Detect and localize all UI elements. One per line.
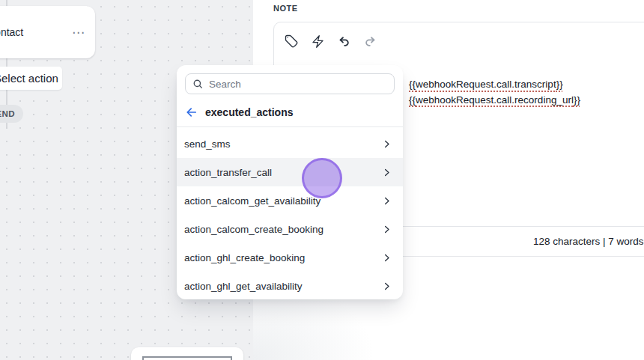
action-list-item-label: action_transfer_call: [184, 167, 272, 178]
chevron-right-icon: [381, 224, 392, 235]
node-card-skeleton: [142, 356, 232, 360]
action-list-item[interactable]: action_transfer_call: [177, 158, 403, 186]
action-list-item-label: send_sms: [184, 138, 231, 150]
tag-icon[interactable]: [284, 34, 299, 49]
redo-icon[interactable]: [362, 34, 377, 49]
search-input[interactable]: [209, 74, 394, 94]
action-list-item[interactable]: action_ghl_get_availability: [177, 272, 403, 299]
chevron-right-icon: [381, 252, 392, 263]
chevron-right-icon: [381, 138, 392, 150]
note-content[interactable]: {{webhookRequest.call.transcript}} {{web…: [409, 77, 580, 108]
chevron-right-icon: [381, 167, 392, 178]
search-box[interactable]: [185, 73, 395, 94]
node-card-partial[interactable]: [131, 347, 243, 360]
action-list-item[interactable]: action_ghl_create_booking: [177, 243, 403, 272]
bolt-icon[interactable]: [310, 34, 325, 49]
chevron-right-icon: [381, 195, 392, 207]
contact-node-card[interactable]: Contact ⋯: [0, 6, 95, 58]
search-icon: [192, 79, 204, 90]
action-list-item[interactable]: action_calcom_create_booking: [177, 215, 403, 243]
action-list-item[interactable]: send_sms: [177, 129, 403, 158]
breadcrumb-back-row[interactable]: executed_actions: [177, 103, 403, 121]
action-list-item-label: action_calcom_get_availability: [184, 195, 321, 207]
action-picker-dropdown: executed_actions send_sms action_transfe…: [177, 65, 403, 299]
action-list-item-label: action_ghl_get_availability: [184, 281, 303, 292]
action-list: send_sms action_transfer_call action_cal…: [177, 127, 403, 299]
chevron-right-icon: [381, 281, 392, 292]
action-list-item-label: action_ghl_create_booking: [184, 252, 305, 263]
ellipsis-menu-icon[interactable]: ⋯: [72, 26, 85, 39]
select-action-label[interactable]: Select action: [0, 67, 62, 90]
undo-icon[interactable]: [336, 34, 351, 49]
back-arrow-icon[interactable]: [186, 106, 198, 118]
action-list-item-label: action_calcom_create_booking: [184, 224, 323, 235]
note-section-label: NOTE: [273, 4, 298, 13]
editor-toolbar: [274, 22, 644, 49]
action-list-item[interactable]: action_calcom_get_availability: [177, 186, 403, 215]
character-count: 128 characters | 7 words: [533, 236, 644, 247]
template-variable-line: {{webhookRequest.call.recording_url}}: [409, 93, 580, 109]
contact-node-title: Contact: [0, 26, 23, 38]
template-variable-line: {{webhookRequest.call.transcript}}: [409, 77, 580, 93]
breadcrumb-label: executed_actions: [205, 106, 294, 118]
send-badge: SEND: [0, 105, 23, 123]
